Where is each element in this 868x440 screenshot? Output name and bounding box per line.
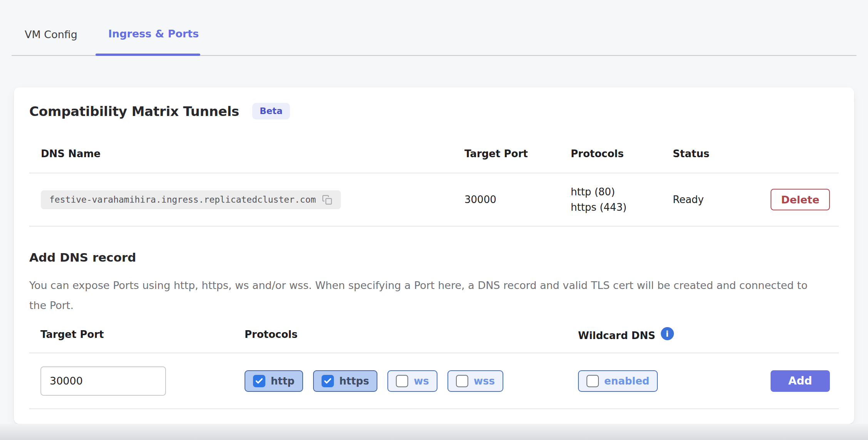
tab-ingress-ports[interactable]: Ingress & Ports bbox=[108, 28, 199, 40]
panel-title: Compatibility Matrix Tunnels bbox=[29, 104, 239, 119]
checkbox-wss-label: wss bbox=[474, 375, 495, 387]
col-header-status: Status bbox=[661, 148, 759, 160]
checkbox-unchecked-icon bbox=[586, 375, 599, 387]
info-icon[interactable]: i bbox=[661, 327, 674, 340]
protocols-group: http https ws wss bbox=[233, 370, 567, 392]
target-port-input[interactable] bbox=[40, 366, 166, 396]
checkbox-https[interactable]: https bbox=[313, 370, 377, 392]
tunnels-panel: Compatibility Matrix Tunnels Beta DNS Na… bbox=[14, 87, 854, 424]
row-target-port: 30000 bbox=[453, 194, 559, 205]
col-header-dns-name: DNS Name bbox=[29, 148, 453, 160]
checkbox-https-label: https bbox=[339, 375, 369, 387]
dns-name-value: festive-varahamihira.ingress.replicatedc… bbox=[49, 195, 316, 205]
row-protocol-https: https (443) bbox=[571, 200, 661, 215]
col-header-target-port: Target Port bbox=[453, 148, 559, 160]
checkbox-checked-icon bbox=[253, 375, 265, 387]
add-dns-heading: Add DNS record bbox=[29, 250, 136, 264]
row-protocol-http: http (80) bbox=[571, 184, 661, 200]
checkbox-ws[interactable]: ws bbox=[387, 370, 437, 392]
dns-name-pill: festive-varahamihira.ingress.replicatedc… bbox=[41, 190, 341, 209]
form-label-target-port: Target Port bbox=[29, 329, 233, 340]
active-tab-underline bbox=[96, 54, 200, 56]
delete-button[interactable]: Delete bbox=[771, 189, 830, 210]
table-row: festive-varahamihira.ingress.replicatedc… bbox=[29, 173, 839, 227]
copy-icon[interactable] bbox=[322, 195, 332, 205]
checkbox-unchecked-icon bbox=[396, 375, 408, 387]
add-dns-form: Target Port Protocols Wildcard DNSi http bbox=[29, 316, 839, 409]
page-bottom-gradient bbox=[0, 424, 868, 440]
col-header-protocols: Protocols bbox=[559, 148, 661, 160]
checkbox-ws-label: ws bbox=[414, 375, 429, 387]
checkbox-http-label: http bbox=[271, 375, 295, 387]
tunnels-table-header: DNS Name Target Port Protocols Status bbox=[29, 135, 839, 173]
checkbox-wss[interactable]: wss bbox=[447, 370, 503, 392]
checkbox-checked-icon bbox=[322, 375, 334, 387]
checkbox-enabled-label: enabled bbox=[604, 375, 649, 387]
form-label-wildcard-dns: Wildcard DNS bbox=[578, 330, 655, 341]
form-label-protocols: Protocols bbox=[233, 329, 567, 340]
checkbox-unchecked-icon bbox=[456, 375, 468, 387]
tunnels-table: DNS Name Target Port Protocols Status fe… bbox=[29, 135, 839, 227]
checkbox-wildcard-enabled[interactable]: enabled bbox=[578, 370, 658, 392]
tab-bar: VM Config Ingress & Ports bbox=[0, 0, 868, 56]
add-dns-description: You can expose Ports using http, https, … bbox=[29, 275, 824, 316]
beta-badge: Beta bbox=[252, 103, 290, 119]
tab-vm-config[interactable]: VM Config bbox=[25, 29, 77, 40]
add-button[interactable]: Add bbox=[771, 370, 830, 392]
form-input-row: http https ws wss bbox=[29, 353, 839, 409]
checkbox-http[interactable]: http bbox=[245, 370, 303, 392]
form-header-row: Target Port Protocols Wildcard DNSi bbox=[29, 316, 839, 353]
row-status: Ready bbox=[661, 194, 759, 205]
